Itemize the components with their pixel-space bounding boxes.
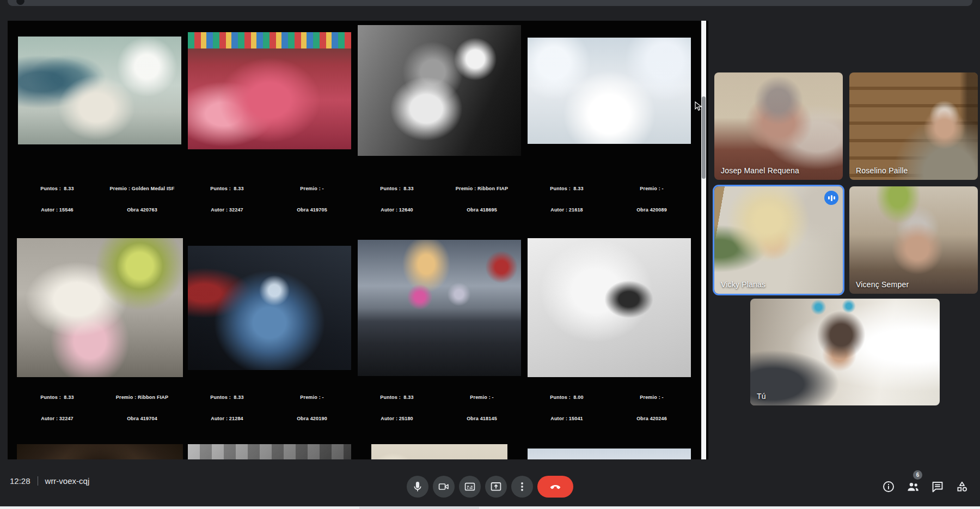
caption-premio: Premio : - bbox=[270, 394, 354, 401]
photo-zone bbox=[354, 444, 524, 459]
caption-obra: Obra 420763 bbox=[100, 207, 185, 214]
photo-zone bbox=[524, 23, 694, 158]
participant-tile[interactable]: Vicky Planas bbox=[714, 186, 843, 294]
photo-cell: Puntos : 8.33 Autor : 21284 Premio : - O… bbox=[185, 238, 354, 437]
contest-photo bbox=[18, 37, 181, 144]
caption-obra: Obra 418145 bbox=[439, 415, 524, 422]
camera-button[interactable] bbox=[433, 476, 455, 498]
photo-zone bbox=[15, 444, 185, 459]
caption-score-column: Puntos : 8.33 Autor : 32247 bbox=[185, 171, 270, 228]
info-icon bbox=[881, 480, 896, 494]
caption-puntos: Puntos : 8.33 bbox=[15, 185, 100, 192]
photo-caption: Puntos : 8.33 Autor : 21284 Premio : - O… bbox=[185, 380, 354, 437]
photo-zone bbox=[15, 238, 185, 378]
participant-tile[interactable]: Vicenç Semper bbox=[849, 186, 978, 294]
caption-autor: Autor : 32247 bbox=[185, 207, 270, 214]
photo-cell bbox=[354, 444, 524, 459]
photo-caption: Puntos : 8.33 Autor : 15546 Premio : Gol… bbox=[15, 171, 185, 228]
camera-icon bbox=[437, 480, 450, 493]
photo-zone bbox=[524, 444, 694, 459]
caption-obra: Obra 420190 bbox=[270, 415, 354, 422]
meeting-details-button[interactable] bbox=[878, 476, 899, 498]
chat-button[interactable] bbox=[927, 476, 948, 498]
participant-name: Tú bbox=[757, 392, 766, 401]
present-button[interactable] bbox=[485, 476, 507, 498]
more-options-icon bbox=[516, 480, 529, 493]
meeting-info: 12:28 wrr-voex-cqj bbox=[10, 476, 89, 486]
caption-score-column: Puntos : 8.33 Autor : 12640 bbox=[354, 171, 439, 228]
shared-screen-presentation[interactable]: Puntos : 8.33 Autor : 15546 Premio : Gol… bbox=[8, 21, 708, 459]
caption-puntos: Puntos : 8.33 bbox=[185, 185, 270, 192]
caption-autor: Autor : 12640 bbox=[354, 207, 439, 214]
taskbar-edge-segment bbox=[359, 507, 479, 509]
caption-score-column: Puntos : 8.33 Autor : 15546 bbox=[15, 171, 100, 228]
caption-autor: Autor : 25180 bbox=[354, 415, 439, 422]
divider bbox=[38, 476, 38, 486]
caption-score-column: Puntos : 8.00 Autor : 15041 bbox=[524, 380, 609, 437]
caption-puntos: Puntos : 8.33 bbox=[524, 185, 609, 192]
photo-caption: Puntos : 8.33 Autor : 32247 Premio : - O… bbox=[185, 171, 354, 228]
participants-panel: Josep Manel Requena Roselino Paille Vick… bbox=[714, 72, 978, 406]
caption-award-column: Premio : Ribbon FIAP Obra 419704 bbox=[100, 380, 185, 437]
participant-video bbox=[849, 72, 978, 180]
meeting-code: wrr-voex-cqj bbox=[45, 476, 90, 486]
participant-name: Roselino Paille bbox=[856, 166, 908, 175]
clock-time: 12:28 bbox=[10, 476, 30, 486]
participant-tile[interactable]: Tú bbox=[750, 299, 940, 405]
contest-photo bbox=[528, 238, 691, 377]
speaking-indicator-icon bbox=[824, 191, 838, 205]
caption-obra: Obra 419704 bbox=[100, 415, 185, 422]
participant-video bbox=[849, 186, 978, 294]
photo-zone bbox=[15, 23, 185, 158]
caption-obra: Obra 419705 bbox=[270, 207, 354, 214]
participants-button[interactable]: 6 bbox=[902, 476, 924, 498]
caption-premio: Premio : Ribbon FIAP bbox=[439, 185, 524, 192]
caption-award-column: Premio : - Obra 420089 bbox=[609, 171, 694, 228]
photo-caption: Puntos : 8.33 Autor : 21618 Premio : - O… bbox=[524, 171, 694, 228]
caption-premio: Premio : - bbox=[270, 185, 354, 192]
contest-photo bbox=[358, 25, 521, 156]
caption-obra: Obra 418695 bbox=[439, 207, 524, 214]
microphone-button[interactable] bbox=[407, 476, 428, 498]
captions-button[interactable] bbox=[459, 476, 481, 498]
photo-caption: Puntos : 8.33 Autor : 32247 Premio : Rib… bbox=[15, 380, 185, 437]
photo-zone bbox=[185, 238, 354, 378]
photo-cell: Puntos : 8.33 Autor : 25180 Premio : - O… bbox=[354, 238, 524, 437]
caption-obra: Obra 420246 bbox=[609, 415, 694, 422]
caption-award-column: Premio : Golden Medal ISF Obra 420763 bbox=[100, 171, 185, 228]
participant-tile[interactable]: Roselino Paille bbox=[849, 72, 978, 180]
hang-up-icon bbox=[548, 480, 562, 494]
caption-obra: Obra 420089 bbox=[609, 207, 694, 214]
photo-contest-grid: Puntos : 8.33 Autor : 15546 Premio : Gol… bbox=[8, 21, 694, 459]
more-options-button[interactable] bbox=[511, 476, 533, 498]
activities-icon bbox=[955, 480, 969, 494]
photo-zone bbox=[185, 444, 354, 459]
hang-up-button[interactable] bbox=[537, 476, 573, 498]
caption-puntos: Puntos : 8.33 bbox=[15, 394, 100, 401]
photo-caption: Puntos : 8.33 Autor : 12640 Premio : Rib… bbox=[354, 171, 524, 228]
side-panel-controls: 6 bbox=[878, 476, 973, 498]
caption-award-column: Premio : - Obra 420246 bbox=[609, 380, 694, 437]
participant-tile[interactable]: Josep Manel Requena bbox=[714, 72, 843, 180]
caption-award-column: Premio : - Obra 418145 bbox=[439, 380, 524, 437]
captions-icon bbox=[463, 480, 476, 493]
participant-video bbox=[750, 299, 940, 405]
chat-icon bbox=[930, 480, 945, 494]
photo-cell: Puntos : 8.33 Autor : 15546 Premio : Gol… bbox=[15, 21, 185, 228]
participant-name: Vicenç Semper bbox=[856, 280, 909, 289]
mouse-cursor-icon bbox=[695, 101, 703, 111]
caption-score-column: Puntos : 8.33 Autor : 21618 bbox=[524, 171, 609, 228]
participant-count-badge: 6 bbox=[913, 470, 922, 480]
activities-button[interactable] bbox=[951, 476, 973, 498]
contest-photo bbox=[528, 449, 691, 459]
contest-photo bbox=[371, 444, 507, 459]
participant-name: Vicky Planas bbox=[721, 280, 765, 289]
photo-zone bbox=[354, 23, 524, 158]
participant-video bbox=[714, 186, 843, 294]
photo-cell bbox=[524, 444, 694, 459]
top-window-bar bbox=[8, 0, 972, 6]
contest-photo bbox=[188, 32, 351, 149]
caption-premio: Premio : - bbox=[609, 394, 694, 401]
photo-row-1: Puntos : 8.33 Autor : 15546 Premio : Gol… bbox=[15, 21, 694, 228]
contest-photo bbox=[17, 444, 183, 459]
